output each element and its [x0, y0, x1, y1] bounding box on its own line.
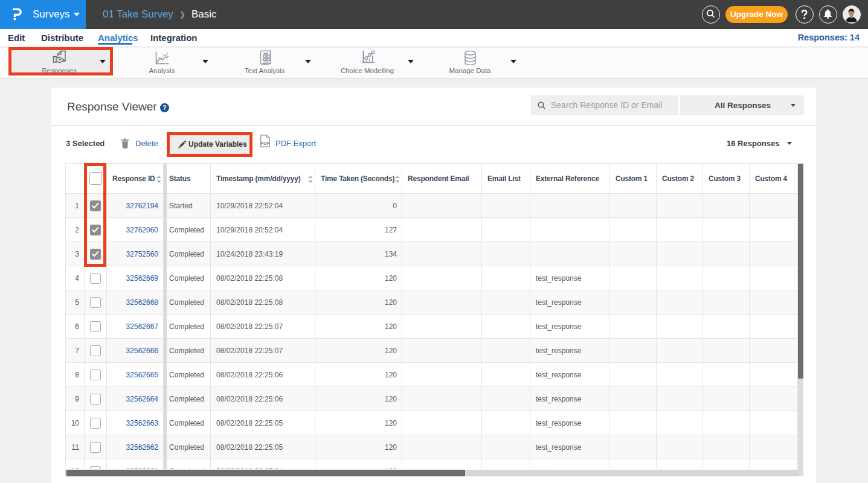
- svg-text:PDF: PDF: [260, 141, 269, 146]
